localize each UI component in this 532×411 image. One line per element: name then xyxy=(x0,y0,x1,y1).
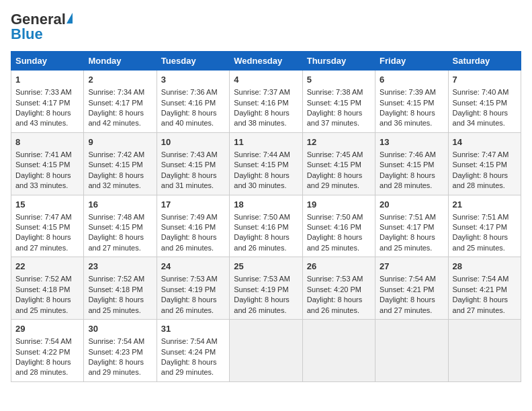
day-info-line: Sunrise: 7:54 AM xyxy=(453,274,517,284)
day-info-line: Daylight: 8 hours xyxy=(307,171,371,181)
day-info-line: Sunrise: 7:54 AM xyxy=(161,336,225,347)
day-info-line: Sunrise: 7:44 AM xyxy=(234,150,298,160)
day-info-line: Sunset: 4:16 PM xyxy=(307,222,371,232)
day-info-line: Daylight: 8 hours xyxy=(88,295,152,305)
day-number: 19 xyxy=(307,199,371,211)
day-info-line: Daylight: 8 hours xyxy=(161,232,225,242)
calendar-cell: 3Sunrise: 7:36 AMSunset: 4:16 PMDaylight… xyxy=(157,71,229,133)
day-info-line: and 40 minutes. xyxy=(161,118,225,128)
day-info-line: Sunset: 4:22 PM xyxy=(15,347,79,357)
day-info-line: Sunset: 4:15 PM xyxy=(161,160,225,170)
day-info-line: Sunset: 4:15 PM xyxy=(15,222,79,232)
day-info-line: and 26 minutes. xyxy=(307,306,371,316)
calendar-cell xyxy=(230,320,302,382)
day-info-line: Daylight: 8 hours xyxy=(161,357,225,367)
day-info-line: and 29 minutes. xyxy=(307,181,371,191)
day-info-line: Sunset: 4:16 PM xyxy=(234,98,298,108)
logo-blue-text: Blue xyxy=(11,26,43,43)
calendar-cell xyxy=(448,320,521,382)
day-info-line: Sunset: 4:15 PM xyxy=(234,160,298,170)
day-info-line: and 28 minutes. xyxy=(15,367,79,377)
day-info-line: and 27 minutes. xyxy=(380,306,443,316)
day-info-line: Sunrise: 7:52 AM xyxy=(88,274,152,284)
day-info-line: Sunset: 4:15 PM xyxy=(307,160,371,170)
day-info-line: Daylight: 8 hours xyxy=(380,232,443,242)
day-info-line: Sunrise: 7:54 AM xyxy=(15,336,79,347)
day-number: 1 xyxy=(15,74,79,86)
day-info-line: Sunrise: 7:37 AM xyxy=(234,87,298,97)
day-info-line: and 30 minutes. xyxy=(234,181,298,191)
day-info-line: and 25 minutes. xyxy=(15,306,79,316)
day-info-line: and 25 minutes. xyxy=(380,243,443,253)
calendar-cell: 23Sunrise: 7:52 AMSunset: 4:18 PMDayligh… xyxy=(84,257,157,320)
day-info-line: and 26 minutes. xyxy=(234,243,298,253)
day-number: 22 xyxy=(15,261,79,273)
day-info-line: Sunset: 4:24 PM xyxy=(161,347,225,357)
calendar-cell: 9Sunrise: 7:42 AMSunset: 4:15 PMDaylight… xyxy=(84,132,157,195)
logo: General Blue xyxy=(11,11,73,43)
day-number: 8 xyxy=(15,136,79,148)
day-info-line: and 28 minutes. xyxy=(453,181,517,191)
day-number: 21 xyxy=(453,199,517,211)
day-number: 27 xyxy=(380,261,443,273)
day-info-line: and 25 minutes. xyxy=(307,243,371,253)
day-number: 17 xyxy=(161,199,225,211)
day-info-line: and 34 minutes. xyxy=(453,118,517,128)
calendar-cell: 19Sunrise: 7:50 AMSunset: 4:16 PMDayligh… xyxy=(302,195,375,257)
day-info-line: Sunrise: 7:53 AM xyxy=(161,274,225,284)
page-header: General Blue xyxy=(11,11,521,43)
day-info-line: and 28 minutes. xyxy=(380,181,443,191)
weekday-wednesday: Wednesday xyxy=(230,52,302,71)
day-number: 12 xyxy=(307,136,371,148)
calendar-cell: 5Sunrise: 7:38 AMSunset: 4:15 PMDaylight… xyxy=(302,71,375,133)
day-info-line: and 26 minutes. xyxy=(234,306,298,316)
day-number: 7 xyxy=(453,74,517,86)
day-info-line: Daylight: 8 hours xyxy=(234,295,298,305)
day-info-line: Sunset: 4:15 PM xyxy=(307,98,371,108)
day-number: 11 xyxy=(234,136,298,148)
day-number: 15 xyxy=(15,199,79,211)
day-info-line: Sunset: 4:16 PM xyxy=(161,222,225,232)
calendar-cell: 16Sunrise: 7:48 AMSunset: 4:15 PMDayligh… xyxy=(84,195,157,257)
day-info-line: Sunset: 4:15 PM xyxy=(88,222,152,232)
day-info-line: Sunrise: 7:54 AM xyxy=(88,336,152,347)
calendar-cell: 21Sunrise: 7:51 AMSunset: 4:17 PMDayligh… xyxy=(448,195,521,257)
day-info-line: Sunrise: 7:48 AM xyxy=(88,212,152,222)
weekday-friday: Friday xyxy=(375,52,448,71)
day-info-line: Sunset: 4:21 PM xyxy=(453,285,517,295)
day-info-line: and 29 minutes. xyxy=(88,367,152,377)
day-info-line: Daylight: 8 hours xyxy=(88,171,152,181)
day-info-line: Sunrise: 7:47 AM xyxy=(453,150,517,160)
day-info-line: Sunset: 4:23 PM xyxy=(88,347,152,357)
day-info-line: Sunset: 4:15 PM xyxy=(380,160,443,170)
calendar-cell: 31Sunrise: 7:54 AMSunset: 4:24 PMDayligh… xyxy=(157,320,229,382)
calendar-cell: 28Sunrise: 7:54 AMSunset: 4:21 PMDayligh… xyxy=(448,257,521,320)
day-info-line: Daylight: 8 hours xyxy=(380,108,443,118)
week-row-4: 22Sunrise: 7:52 AMSunset: 4:18 PMDayligh… xyxy=(11,257,521,320)
calendar-cell: 25Sunrise: 7:53 AMSunset: 4:19 PMDayligh… xyxy=(230,257,302,320)
day-number: 24 xyxy=(161,261,225,273)
day-info-line: and 36 minutes. xyxy=(380,118,443,128)
calendar-cell: 1Sunrise: 7:33 AMSunset: 4:17 PMDaylight… xyxy=(11,71,84,133)
day-info-line: and 25 minutes. xyxy=(453,243,517,253)
week-row-5: 29Sunrise: 7:54 AMSunset: 4:22 PMDayligh… xyxy=(11,320,521,382)
day-info-line: and 25 minutes. xyxy=(88,306,152,316)
day-info-line: Daylight: 8 hours xyxy=(307,108,371,118)
day-info-line: Sunset: 4:17 PM xyxy=(453,222,517,232)
day-info-line: Daylight: 8 hours xyxy=(453,171,517,181)
day-info-line: Sunset: 4:15 PM xyxy=(453,160,517,170)
day-info-line: Sunrise: 7:41 AM xyxy=(15,150,79,160)
day-info-line: Sunset: 4:21 PM xyxy=(380,285,443,295)
day-number: 20 xyxy=(380,199,443,211)
day-info-line: Sunrise: 7:39 AM xyxy=(380,87,443,97)
day-info-line: Sunrise: 7:49 AM xyxy=(161,212,225,222)
calendar-table: SundayMondayTuesdayWednesdayThursdayFrid… xyxy=(11,51,521,382)
day-info-line: Daylight: 8 hours xyxy=(234,232,298,242)
weekday-sunday: Sunday xyxy=(11,52,84,71)
weekday-saturday: Saturday xyxy=(448,52,521,71)
day-info-line: Sunset: 4:18 PM xyxy=(88,285,152,295)
day-number: 16 xyxy=(88,199,152,211)
weekday-thursday: Thursday xyxy=(302,52,375,71)
calendar-cell: 11Sunrise: 7:44 AMSunset: 4:15 PMDayligh… xyxy=(230,132,302,195)
calendar-cell: 8Sunrise: 7:41 AMSunset: 4:15 PMDaylight… xyxy=(11,132,84,195)
